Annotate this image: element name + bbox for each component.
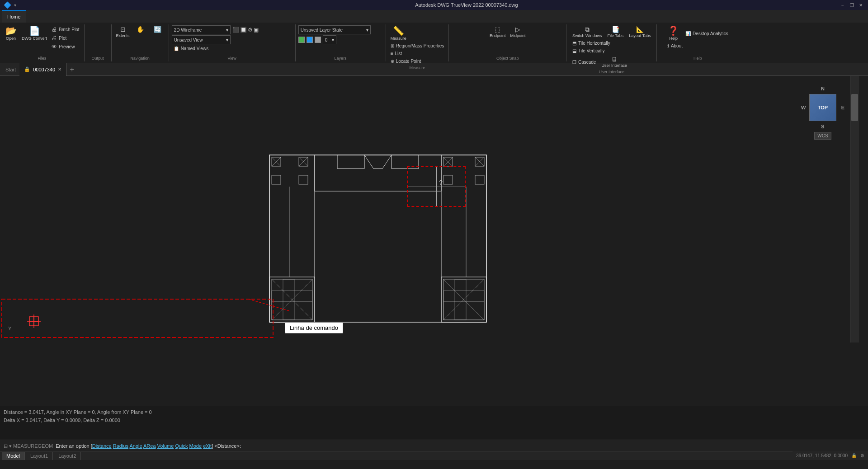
- wireframe-dropdown[interactable]: 2D Wireframe ▾: [172, 25, 231, 34]
- cmd-tooltip-text: Linha de comando: [290, 324, 338, 331]
- red-dashed-box: ?: [407, 166, 466, 207]
- region-mass-icon: ⊞: [391, 43, 394, 48]
- layer-count-dropdown[interactable]: 0 ▾: [323, 35, 336, 44]
- measure-label-g: Measure: [409, 66, 425, 70]
- layer-count-value: 0: [325, 38, 328, 42]
- file-tabs-button[interactable]: 📑 File Tabs: [605, 25, 625, 39]
- layout-tabs-button[interactable]: 📐 Layout Tabs: [627, 25, 652, 39]
- view-content: 2D Wireframe ▾ ⬛ 🔲 ⚙ ▣ Unsaved View ▾: [172, 25, 292, 55]
- midpoint-button[interactable]: ▷ Midpoint: [509, 25, 528, 39]
- list-button[interactable]: ≡ List: [389, 50, 404, 57]
- cursor-crosshair: [27, 314, 41, 328]
- view-label: View: [227, 56, 236, 61]
- command-prompt: ⊟ ▾ MEASUREGEOM: [4, 443, 53, 449]
- canvas-area[interactable]: ? Y Linha de comando: [0, 76, 859, 406]
- about-label: About: [671, 43, 683, 48]
- view-dropdown[interactable]: Unsaved View ▾: [172, 35, 231, 44]
- view-icon-2[interactable]: 🔲: [240, 27, 247, 33]
- wcs-badge[interactable]: WCS: [814, 132, 831, 140]
- command-input-row[interactable]: ⊟ ▾ MEASUREGEOM Enter an option [Distanc…: [0, 440, 868, 452]
- vertical-scrollbar[interactable]: [850, 76, 859, 342]
- extents-icon: ⊡: [120, 26, 126, 33]
- file-tabs-label: File Tabs: [607, 33, 623, 38]
- compass-center[interactable]: TOP: [809, 94, 836, 121]
- view-icon-4[interactable]: ▣: [254, 27, 259, 33]
- doc-tab-close[interactable]: ✕: [58, 67, 61, 72]
- about-button[interactable]: ℹ About: [665, 42, 684, 49]
- cmd-highlight-quick: Quick: [175, 443, 188, 449]
- status-bar-right: 36.0147, 11.5482, 0.0000 🔒 ⚙: [793, 451, 868, 460]
- close-button[interactable]: ✕: [857, 1, 864, 9]
- svg-rect-29: [272, 291, 312, 302]
- layers-content: Unsaved Layer State ▾ 0 ▾: [298, 25, 383, 55]
- ribbon-content: 📂 Open 📄 DWG Convert 🖨 Batch Plot 🖨 Plot: [0, 23, 868, 63]
- ribbon-group-navigation: ⊡ Extents ✋ 🔄 Navigation: [112, 24, 169, 61]
- output-label: Output: [92, 56, 104, 61]
- navigation-content: ⊡ Extents ✋ 🔄: [114, 25, 166, 55]
- help-content: ❓ Help 📊 Desktop Analytics ℹ About: [665, 25, 730, 55]
- pan-button[interactable]: ✋: [132, 25, 149, 33]
- list-icon: ≡: [391, 51, 393, 56]
- view-icon-1[interactable]: ⬛: [232, 27, 239, 33]
- midpoint-label: Midpoint: [510, 33, 526, 38]
- measure-label: Measure: [391, 36, 406, 41]
- help-button[interactable]: ❓ Help: [665, 25, 682, 42]
- desktop-analytics-button[interactable]: 📊 Desktop Analytics: [684, 25, 730, 42]
- named-views-button[interactable]: 📋 Named Views: [172, 45, 211, 52]
- scrollbar-thumb[interactable]: [851, 94, 858, 121]
- orbit-button[interactable]: 🔄: [150, 25, 166, 33]
- layout-tab-layout1[interactable]: Layout1: [26, 452, 53, 460]
- layer-state-dropdown[interactable]: Unsaved Layer State ▾: [298, 25, 371, 34]
- dwg-convert-button[interactable]: 📄 DWG Convert: [20, 25, 49, 42]
- batch-plot-button[interactable]: 🖨 Batch Plot: [50, 25, 81, 33]
- switch-windows-button[interactable]: ⧉ Switch Windows: [571, 25, 604, 39]
- midpoint-icon: ▷: [515, 26, 520, 33]
- open-button[interactable]: 📂 Open: [3, 25, 19, 42]
- region-mass-button[interactable]: ⊞ Region/Mass Properties: [389, 42, 446, 49]
- ribbon-group-view: 2D Wireframe ▾ ⬛ 🔲 ⚙ ▣ Unsaved View ▾: [169, 24, 296, 61]
- layout-tab-layout2[interactable]: Layout2: [54, 452, 81, 460]
- compass-w: W: [801, 105, 806, 110]
- extents-button[interactable]: ⊡ Extents: [114, 25, 132, 39]
- add-tab-button[interactable]: +: [66, 64, 77, 75]
- svg-rect-43: [29, 321, 34, 326]
- help-label-g: Help: [693, 56, 702, 61]
- preview-icon: 👁: [52, 43, 57, 50]
- quick-access-arrow[interactable]: ▾: [14, 3, 16, 8]
- user-interface-button[interactable]: 🖥 User Interface: [599, 55, 629, 69]
- nav-cube: N S E W TOP WCS: [800, 85, 845, 144]
- ribbon-group-files: 📂 Open 📄 DWG Convert 🖨 Batch Plot 🖨 Plot: [0, 24, 85, 61]
- cmd-highlight-volume: Volume: [157, 443, 174, 449]
- cmd-highlight-radius: Radius: [113, 443, 128, 449]
- about-icon: ℹ: [667, 43, 669, 48]
- ui-icon: 🖥: [611, 56, 618, 62]
- measure-button[interactable]: 📏 Measure: [389, 25, 408, 42]
- view-icon-3[interactable]: ⚙: [248, 27, 253, 33]
- start-tab[interactable]: Start: [2, 63, 19, 76]
- svg-rect-11: [272, 175, 281, 184]
- ribbon-group-object-snap: ⬚ Endpoint ▷ Midpoint Object Snap: [449, 24, 566, 61]
- command-history: Distance = 3.0417, Angle in XY Plane = 0…: [0, 406, 868, 440]
- preview-button[interactable]: 👁 Preview: [50, 42, 81, 51]
- endpoint-button[interactable]: ⬚ Endpoint: [488, 25, 508, 39]
- cascade-button[interactable]: ❐ Cascade: [571, 55, 598, 69]
- svg-rect-35: [443, 291, 484, 302]
- extents-label: Extents: [116, 33, 130, 38]
- tile-v-button[interactable]: ⬓ Tile Vertically: [571, 47, 607, 54]
- tab-home[interactable]: Home: [2, 10, 26, 23]
- cursor-area: [27, 314, 41, 329]
- locate-point-button[interactable]: ⊕ Locate Point: [389, 58, 423, 65]
- plot-button[interactable]: 🖨 Plot: [50, 34, 81, 42]
- layer-color-3: [315, 37, 321, 43]
- tile-h-button[interactable]: ⬒ Tile Horizontally: [571, 40, 612, 47]
- command-tooltip: Linha de comando: [285, 322, 343, 333]
- help-icon: ❓: [668, 26, 679, 35]
- doc-tab-00007340[interactable]: 🔒 00007340 ✕: [19, 63, 66, 76]
- ui-label-g: User Interface: [599, 70, 625, 74]
- view-dropdown-arrow: ▾: [226, 38, 228, 42]
- restore-button[interactable]: ❐: [848, 1, 855, 9]
- svg-rect-28: [283, 279, 294, 320]
- layout-tab-model[interactable]: Model: [2, 452, 25, 460]
- minimize-button[interactable]: −: [839, 1, 846, 9]
- measure-icon: 📏: [393, 26, 404, 35]
